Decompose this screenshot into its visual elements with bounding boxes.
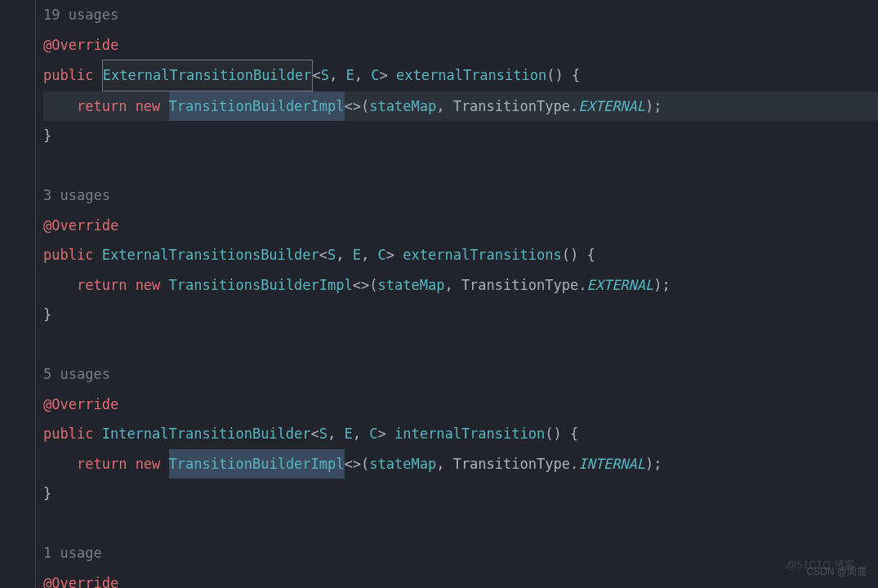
usages-hint[interactable]: 1 usage xyxy=(43,538,878,568)
blank-line xyxy=(43,330,878,360)
annotation-line[interactable]: @Override xyxy=(43,211,878,241)
return-line-highlighted[interactable]: return new TransitionBuilderImpl<>(state… xyxy=(43,91,878,122)
close-brace[interactable]: } xyxy=(43,121,878,151)
usages-hint[interactable]: 5 usages xyxy=(43,359,878,390)
annotation-line[interactable]: @Override xyxy=(43,568,878,589)
method-signature[interactable]: public ExternalTransitionBuilder<S, E, C… xyxy=(43,60,878,91)
return-line[interactable]: return new TransitionBuilderImpl<>(state… xyxy=(43,449,878,479)
method-signature[interactable]: public InternalTransitionBuilder<S, E, C… xyxy=(43,419,878,449)
annotation-line[interactable]: @Override xyxy=(43,390,878,420)
gutter xyxy=(0,0,36,588)
blank-line xyxy=(43,509,878,539)
usages-hint[interactable]: 3 usages xyxy=(43,180,878,211)
impl-class-selected[interactable]: TransitionBuilderImpl xyxy=(169,449,345,479)
close-brace[interactable]: } xyxy=(43,300,878,330)
impl-class-selected[interactable]: TransitionBuilderImpl xyxy=(169,91,345,122)
return-line[interactable]: return new TransitionsBuilderImpl<>(stat… xyxy=(43,270,878,301)
close-brace[interactable]: } xyxy=(43,479,878,509)
method-signature[interactable]: public ExternalTransitionsBuilder<S, E, … xyxy=(43,240,878,270)
watermark-text: CSDN @周震 xyxy=(806,557,867,587)
annotation-line[interactable]: @Override xyxy=(43,30,878,60)
usages-hint[interactable]: 19 usages xyxy=(43,0,878,30)
return-type-boxed[interactable]: ExternalTransitionBuilder xyxy=(102,60,313,91)
code-editor[interactable]: 19 usages @Override public ExternalTrans… xyxy=(0,0,878,588)
blank-line xyxy=(43,151,878,181)
